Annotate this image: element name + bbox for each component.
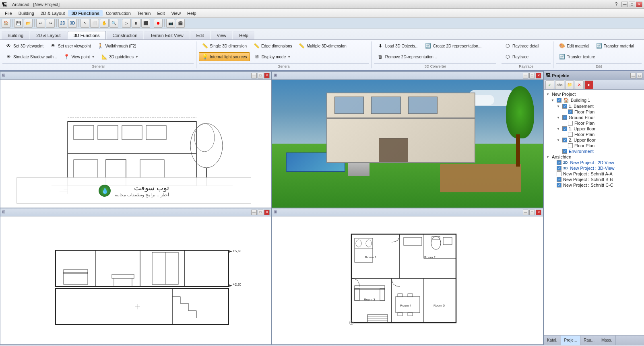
check-upper2[interactable]: ✓: [562, 138, 567, 142]
check-2d[interactable]: ✓: [557, 160, 561, 165]
toolbar-extra2[interactable]: 🎬: [176, 19, 185, 28]
check-bb[interactable]: ✓: [557, 177, 561, 182]
vp2-close[interactable]: ✕: [536, 73, 541, 78]
tree-ansichten[interactable]: ▼ Ansichten: [545, 154, 642, 160]
2d-mode-button[interactable]: 2D: [58, 19, 67, 28]
panel-tab-katalog[interactable]: Katal.: [544, 336, 561, 345]
panel-label-button[interactable]: abc: [555, 80, 564, 89]
tree-upper1[interactable]: ▼ ✓ 1. Upper floor: [545, 126, 642, 132]
viewpoint-dropdown[interactable]: 📍 View point ▼: [60, 52, 97, 61]
panel-expand[interactable]: □: [637, 73, 642, 78]
set-user-viewpoint-button[interactable]: 👁 Set user viewpoint: [47, 41, 94, 50]
menu-construction[interactable]: Construction: [103, 10, 134, 16]
menu-edit[interactable]: Edit: [154, 10, 168, 16]
internal-light-sources-button[interactable]: 💡 Internal light sources: [199, 52, 250, 61]
panel-delete-button[interactable]: ✕: [575, 80, 584, 89]
panel-tab-projekte[interactable]: Proje...: [561, 336, 581, 345]
tab-help[interactable]: Help: [233, 31, 254, 39]
check-upper1[interactable]: ✓: [562, 126, 567, 131]
marquee-button[interactable]: ⬜: [90, 19, 99, 28]
record-button[interactable]: ⏺: [154, 19, 163, 28]
check-upper1-fp[interactable]: [568, 132, 573, 137]
check-upper2-fp[interactable]: [568, 143, 573, 148]
tree-basement-floorplan[interactable]: ✓ Floor Plan: [545, 109, 642, 115]
panel-red-button[interactable]: ●: [584, 80, 593, 89]
tree-basement[interactable]: ▼ ✓ 1. Basement: [545, 103, 642, 109]
vp1-close[interactable]: ✕: [264, 73, 270, 78]
transfer-material-button[interactable]: 🔄 Transfer material: [593, 41, 637, 50]
tree-ground-floorplan[interactable]: Floor Plan: [545, 120, 642, 126]
vp2-minimize[interactable]: —: [523, 73, 528, 78]
3d-guidelines-dropdown[interactable]: 📐 3D guidelines ▼: [98, 52, 141, 61]
tree-upper2-floorplan[interactable]: Floor Plan: [545, 143, 642, 148]
tree-upper2[interactable]: ▼ ✓ 2. Upper floor: [545, 137, 642, 143]
vp4-maximize[interactable]: □: [529, 210, 535, 215]
check-3d[interactable]: ✓: [557, 166, 561, 171]
panel-tab-mass[interactable]: Mass.: [598, 336, 616, 345]
menu-2d-layout[interactable]: 2D & Layout: [37, 10, 68, 16]
transfer-texture-button[interactable]: 🔄 Transfer texture: [556, 52, 598, 61]
check-cc[interactable]: ✓: [557, 183, 561, 187]
3d-mode-button[interactable]: 3D: [68, 19, 77, 28]
save-button[interactable]: 💾: [14, 19, 23, 28]
display-mode-button[interactable]: 🖥 Display mode ▼: [251, 52, 294, 61]
tab-construction[interactable]: Construction: [107, 31, 144, 39]
tab-view[interactable]: View: [211, 31, 233, 39]
pause-button[interactable]: ⏸: [132, 19, 140, 28]
menu-terrain[interactable]: Terrain: [134, 10, 154, 16]
set-3d-viewpoint-button[interactable]: 👁 Set 3D viewpoint: [2, 41, 46, 50]
vp2-maximize[interactable]: □: [529, 73, 535, 78]
check-aa[interactable]: [557, 171, 561, 176]
single-3d-dimension-button[interactable]: 📏 Single 3D dimension: [199, 41, 250, 50]
vp3-maximize[interactable]: □: [258, 210, 263, 215]
walkthrough-button[interactable]: 🚶 Walkthrough (F2): [95, 41, 139, 50]
toolbar-extra1[interactable]: 📷: [166, 19, 175, 28]
tree-ground-floor[interactable]: ▼ ✓ Ground Floor: [545, 115, 642, 120]
vp1-minimize[interactable]: —: [251, 73, 257, 78]
tab-3d-functions[interactable]: 3D Functions: [68, 31, 106, 39]
menu-help[interactable]: Help: [184, 10, 200, 16]
menu-building[interactable]: Building: [15, 10, 37, 16]
vp3-minimize[interactable]: —: [251, 210, 257, 215]
vp4-close[interactable]: ✕: [536, 210, 541, 215]
pan-button[interactable]: ✋: [100, 19, 109, 28]
vp3-close[interactable]: ✕: [264, 210, 270, 215]
tab-building[interactable]: Building: [2, 31, 29, 39]
check-basement-fp[interactable]: ✓: [568, 109, 573, 114]
tree-environment[interactable]: ✓ Environment: [545, 148, 642, 154]
check-basement[interactable]: ✓: [562, 104, 567, 109]
tree-building-1[interactable]: ▼ ✓ 🏠 Building 1: [545, 97, 642, 103]
zoom-button[interactable]: 🔍: [109, 19, 118, 28]
tab-edit[interactable]: Edit: [190, 31, 210, 39]
play-button[interactable]: ▷: [122, 19, 131, 28]
tree-schnitt-bb[interactable]: ✓ New Project : Schnitt B-B: [545, 177, 642, 182]
menu-file[interactable]: File: [2, 10, 15, 16]
panel-minimize[interactable]: —: [630, 73, 636, 78]
maximize-button[interactable]: □: [629, 2, 635, 7]
tree-3d-view[interactable]: ✓ 3D New Project : 3D-View: [545, 165, 642, 171]
select-button[interactable]: ↖: [80, 19, 89, 28]
check-env[interactable]: ✓: [562, 149, 567, 154]
help-icon[interactable]: ?: [615, 2, 617, 7]
open-button[interactable]: 📂: [24, 19, 33, 28]
tree-schnitt-aa[interactable]: New Project : Schnitt A-A: [545, 171, 642, 177]
check-ground[interactable]: ✓: [562, 115, 567, 120]
undo-button[interactable]: ↩: [36, 19, 45, 28]
remove-2d-representation-button[interactable]: 🗑 Remove 2D-representation...: [374, 52, 440, 61]
multiple-3d-dimension-button[interactable]: 📏 Multiple 3D-dimension: [296, 41, 349, 50]
check-building1[interactable]: ✓: [557, 98, 561, 103]
edit-material-button[interactable]: 🎨 Edit material: [556, 41, 592, 50]
tree-upper1-floorplan[interactable]: Floor Plan: [545, 132, 642, 137]
menu-3d-functions[interactable]: 3D Functions: [68, 10, 103, 16]
stop-button[interactable]: ⬛: [141, 19, 150, 28]
raytrace-detail-button[interactable]: ⬡ Raytrace detail: [502, 41, 542, 50]
vp4-minimize[interactable]: —: [523, 210, 528, 215]
panel-check-button[interactable]: ✓: [545, 80, 554, 89]
tree-new-project[interactable]: ▼ New Project: [545, 91, 642, 97]
tree-schnitt-cc[interactable]: ✓ New Project : Schnitt C-C: [545, 182, 642, 188]
edge-dimensions-button[interactable]: 📏 Edge dimensions: [250, 41, 295, 50]
redo-button[interactable]: ↪: [46, 19, 55, 28]
home-button[interactable]: 🏠: [2, 19, 10, 28]
panel-tab-rau[interactable]: Rau...: [580, 336, 598, 345]
minimize-button[interactable]: —: [621, 2, 628, 7]
